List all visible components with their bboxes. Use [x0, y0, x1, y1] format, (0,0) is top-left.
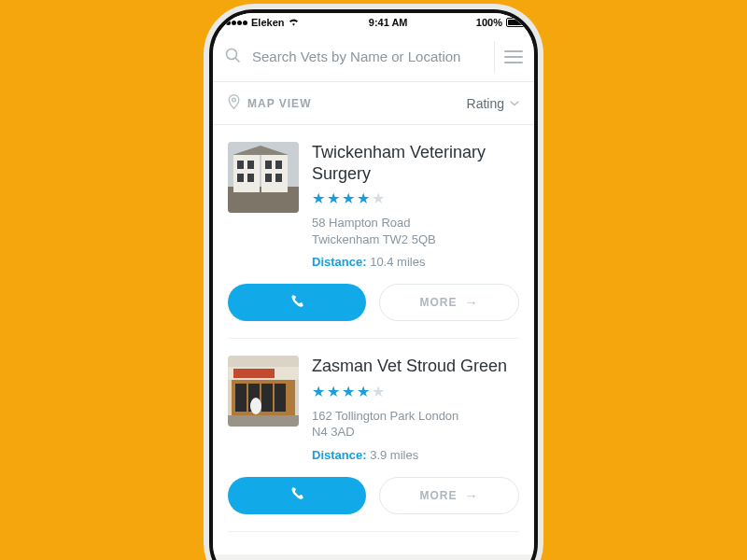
result-address: 58 Hampton Road Twickenham TW2 5QB [312, 215, 519, 247]
star-icon: ★ [372, 383, 385, 400]
search-input[interactable] [252, 49, 485, 64]
result-title: Twickenham Veterinary Surgery [312, 142, 519, 184]
svg-rect-18 [233, 369, 275, 378]
separator [494, 41, 495, 73]
result-title: Zasman Vet Stroud Green [312, 356, 519, 377]
result-card[interactable]: Zasman Vet Stroud Green ★ ★ ★ ★ ★ 162 To… [228, 339, 519, 532]
svg-rect-23 [275, 384, 286, 412]
arrow-right-icon: → [465, 488, 479, 503]
sort-label: Rating [467, 96, 504, 111]
svg-point-2 [233, 98, 236, 102]
star-icon: ★ [312, 383, 325, 400]
result-distance: Distance: 10.4 miles [312, 255, 519, 269]
battery-icon [506, 18, 527, 27]
more-button[interactable]: MORE → [379, 284, 519, 321]
svg-rect-20 [235, 384, 247, 412]
phone-frame: Eleken 9:41 AM 100% [209, 9, 538, 560]
svg-rect-10 [275, 161, 282, 169]
clock: 9:41 AM [369, 17, 408, 28]
screen: Eleken 9:41 AM 100% [213, 13, 534, 554]
rating-stars: ★ ★ ★ ★ ★ [312, 383, 519, 400]
results-list: Twickenham Veterinary Surgery ★ ★ ★ ★ ★ … [213, 125, 534, 532]
svg-rect-11 [237, 174, 244, 182]
search-bar [213, 32, 534, 82]
svg-rect-13 [265, 174, 272, 182]
star-icon: ★ [342, 189, 355, 207]
star-icon: ★ [327, 189, 340, 207]
phone-icon [289, 485, 305, 505]
result-card[interactable]: Twickenham Veterinary Surgery ★ ★ ★ ★ ★ … [228, 125, 519, 339]
status-bar: Eleken 9:41 AM 100% [213, 13, 534, 32]
result-thumbnail [228, 142, 299, 213]
svg-rect-25 [228, 415, 299, 427]
result-distance: Distance: 3.9 miles [312, 448, 519, 462]
star-icon: ★ [357, 383, 370, 400]
wifi-icon [288, 17, 300, 28]
star-icon: ★ [312, 189, 325, 207]
filter-bar: MAP VIEW Rating [213, 82, 534, 125]
svg-rect-7 [237, 161, 244, 169]
more-button[interactable]: MORE → [379, 477, 519, 514]
chevron-down-icon [510, 98, 519, 108]
carrier-label: Eleken [251, 17, 284, 28]
call-button[interactable] [228, 284, 366, 321]
star-icon: ★ [327, 383, 340, 400]
svg-rect-8 [247, 161, 254, 169]
star-icon: ★ [342, 383, 355, 400]
arrow-right-icon: → [465, 295, 479, 310]
map-view-label: MAP VIEW [247, 97, 311, 110]
svg-point-24 [250, 398, 261, 414]
svg-line-1 [235, 58, 239, 62]
sort-dropdown[interactable]: Rating [467, 96, 519, 111]
svg-rect-12 [247, 174, 254, 182]
more-label: MORE [420, 489, 458, 502]
map-view-button[interactable]: MAP VIEW [228, 94, 311, 112]
search-icon [224, 47, 241, 67]
phone-icon [289, 293, 305, 313]
call-button[interactable] [228, 477, 366, 514]
signal-dots-icon [220, 21, 247, 25]
battery-percent: 100% [476, 17, 502, 28]
svg-rect-14 [275, 174, 282, 182]
result-thumbnail [228, 356, 299, 427]
more-label: MORE [420, 296, 458, 309]
svg-rect-22 [261, 384, 273, 412]
star-icon: ★ [357, 189, 370, 207]
svg-rect-9 [265, 161, 272, 169]
result-address: 162 Tollington Park London N4 3AD [312, 408, 519, 441]
map-pin-icon [228, 94, 240, 112]
rating-stars: ★ ★ ★ ★ ★ [312, 189, 519, 207]
menu-icon[interactable] [504, 50, 523, 63]
star-icon: ★ [372, 189, 385, 207]
